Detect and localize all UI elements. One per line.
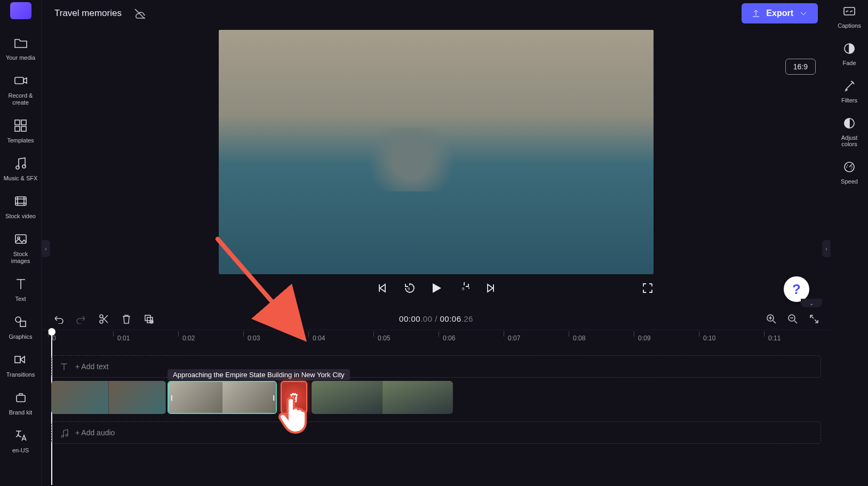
export-button[interactable]: Export — [742, 3, 818, 23]
current-time: 00:00 — [399, 314, 420, 323]
zoom-out-button[interactable] — [787, 313, 798, 324]
svg-rect-4 — [21, 126, 26, 131]
delete-button[interactable] — [121, 313, 131, 324]
play-button[interactable] — [430, 282, 443, 297]
svg-rect-7 — [15, 197, 26, 205]
text-icon — [13, 276, 28, 291]
sidebar-item-graphics[interactable]: Graphics — [0, 310, 41, 348]
ruler-tick: 0:07 — [508, 334, 520, 342]
video-preview[interactable] — [219, 30, 654, 274]
right-label: Speed — [841, 178, 858, 185]
video-clip-2-selected[interactable] — [168, 381, 277, 414]
sidebar-item-stock-video[interactable]: Stock video — [0, 189, 41, 227]
folder-icon — [13, 35, 28, 50]
svg-rect-3 — [15, 126, 20, 131]
video-track[interactable]: Approaching the Empire State Building in… — [51, 381, 821, 414]
add-text-label: + Add text — [75, 362, 109, 371]
expand-bottom-panel-button[interactable]: ⌄ — [801, 299, 822, 307]
sidebar-item-text[interactable]: Text — [0, 272, 41, 310]
current-frames: .00 — [420, 314, 432, 323]
right-item-adjust-colors[interactable]: Adjust colors — [841, 116, 858, 147]
left-sidebar: Your media Record & create Templates Mus… — [0, 0, 42, 486]
ruler-tick: 0:03 — [248, 334, 260, 342]
delete-transition-button[interactable] — [281, 381, 307, 414]
sidebar-label: Transitions — [0, 371, 41, 378]
right-item-filters[interactable]: Filters — [841, 79, 857, 103]
ruler-tick: 0:11 — [768, 334, 781, 342]
svg-rect-1 — [15, 120, 20, 125]
video-clip-1[interactable] — [51, 381, 166, 414]
image-icon — [13, 232, 28, 246]
sidebar-item-templates[interactable]: Templates — [0, 114, 41, 152]
trash-icon — [288, 392, 300, 403]
playback-controls: 5 5 — [219, 282, 654, 297]
ruler-tick: 0:02 — [182, 334, 195, 342]
zoom-in-button[interactable] — [766, 313, 776, 324]
cloud-off-icon[interactable] — [133, 7, 145, 19]
forward-icon: 5 — [458, 282, 469, 294]
duplicate-button[interactable] — [143, 313, 154, 324]
sidebar-item-transitions[interactable]: Transitions — [0, 348, 41, 386]
sidebar-item-record-create[interactable]: Record & create — [0, 69, 41, 114]
redo-button[interactable] — [76, 313, 86, 324]
rewind-5-button[interactable]: 5 — [403, 282, 415, 296]
skip-forward-icon — [484, 282, 496, 294]
ruler-tick: 0:05 — [378, 334, 390, 342]
sidebar-label: Your media — [0, 54, 41, 61]
add-audio-label: + Add audio — [75, 428, 115, 437]
sidebar-item-music-sfx[interactable]: Music & SFX — [0, 152, 41, 189]
svg-rect-0 — [15, 77, 23, 84]
chevron-down-icon — [799, 9, 808, 18]
right-label: Fade — [842, 60, 856, 66]
svg-point-27 — [61, 435, 63, 437]
split-button[interactable] — [98, 313, 109, 324]
play-icon — [430, 282, 443, 294]
undo-button[interactable] — [53, 313, 64, 324]
chevron-down-icon: ⌄ — [809, 300, 814, 306]
ruler-tick: 0:10 — [703, 334, 715, 342]
question-icon: ? — [792, 281, 801, 298]
sidebar-item-brand-kit[interactable]: Brand kit — [0, 386, 41, 424]
text-track[interactable]: + Add text — [51, 355, 821, 378]
sidebar-item-stock-images[interactable]: Stock images — [0, 227, 41, 272]
svg-rect-14 — [844, 7, 855, 15]
video-clip-3[interactable] — [312, 381, 453, 414]
svg-rect-22 — [145, 315, 150, 321]
skip-forward-button[interactable] — [484, 282, 496, 296]
sidebar-label: Stock video — [0, 213, 41, 220]
camera-icon — [13, 73, 28, 88]
sidebar-label: Brand kit — [0, 409, 41, 416]
timeline-ruler[interactable]: 00:010:020:030:040:050:060:070:080:090:1… — [42, 330, 831, 348]
timecode-display: 00:00.00 / 00:06.26 — [399, 314, 473, 323]
right-item-captions[interactable]: Captions — [838, 4, 861, 29]
project-title[interactable]: Travel memories — [54, 8, 122, 19]
rewind-icon: 5 — [403, 282, 415, 294]
aspect-ratio-button[interactable]: 16:9 — [785, 59, 816, 75]
sidebar-item-your-media[interactable]: Your media — [0, 31, 41, 69]
svg-rect-11 — [20, 321, 26, 326]
graphics-icon — [13, 314, 28, 329]
sidebar-label: en-US — [0, 447, 41, 454]
sidebar-item-locale[interactable]: en-US — [0, 424, 41, 461]
brandkit-icon — [13, 390, 28, 405]
ruler-tick: 0 — [52, 334, 56, 342]
right-item-speed[interactable]: Speed — [841, 160, 858, 185]
forward-5-button[interactable]: 5 — [458, 282, 469, 296]
app-logo-icon[interactable] — [10, 2, 31, 19]
filters-icon — [842, 79, 856, 93]
sidebar-label: Music & SFX — [0, 175, 41, 182]
timeline-panel: 00:00.00 / 00:06.26 00:010:020:030:040:0… — [42, 307, 831, 486]
fullscreen-button[interactable] — [642, 282, 654, 296]
templates-icon — [13, 118, 28, 133]
zoom-fit-button[interactable] — [808, 313, 819, 324]
timeline-toolbar: 00:00.00 / 00:06.26 — [42, 307, 831, 330]
contrast-icon — [842, 116, 856, 130]
top-bar: Travel memories Export — [42, 0, 831, 27]
audio-track[interactable]: + Add audio — [51, 421, 821, 444]
total-time: 00:06 — [440, 314, 461, 323]
right-label: Adjust colors — [841, 134, 858, 147]
time-separator: / — [432, 314, 440, 323]
right-item-fade[interactable]: Fade — [842, 42, 856, 66]
skip-back-button[interactable] — [377, 282, 388, 296]
help-button[interactable]: ? — [784, 276, 809, 302]
